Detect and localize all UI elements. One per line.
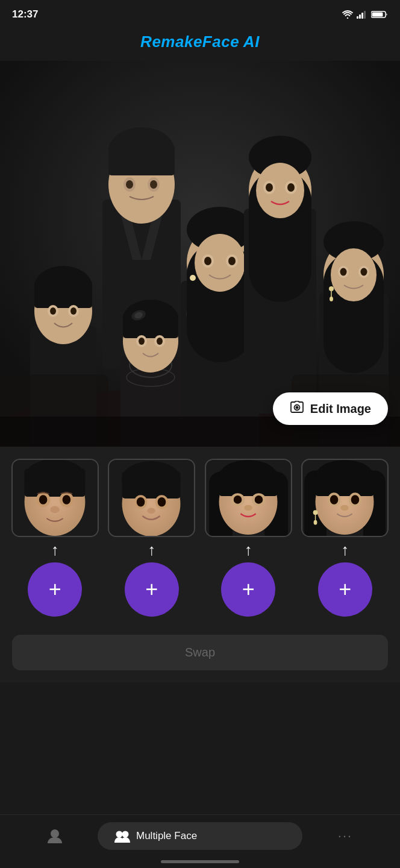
wifi-icon — [342, 10, 353, 19]
add-face-button-2[interactable]: + — [125, 562, 179, 617]
face-thumbnail-4 — [301, 459, 389, 537]
svg-rect-1 — [359, 14, 361, 19]
svg-point-112 — [234, 495, 242, 504]
svg-point-27 — [70, 307, 77, 315]
status-time: 12:37 — [12, 8, 38, 20]
svg-point-77 — [329, 286, 334, 291]
nav-center-multiple-face[interactable]: Multiple Face — [98, 822, 302, 850]
upload-arrow-2: ↑ — [148, 542, 155, 558]
face-column-1: ↑ + — [10, 459, 101, 617]
svg-point-129 — [51, 829, 59, 838]
svg-point-94 — [50, 506, 60, 514]
face-thumbnail-1 — [11, 459, 99, 537]
svg-point-124 — [351, 495, 360, 505]
nav-center-label: Multiple Face — [136, 830, 197, 842]
svg-point-76 — [361, 268, 367, 276]
family-portrait — [0, 61, 400, 447]
svg-point-130 — [116, 831, 123, 838]
svg-point-72 — [331, 248, 377, 301]
svg-point-62 — [256, 163, 304, 218]
svg-rect-5 — [372, 13, 383, 17]
svg-point-52 — [204, 257, 211, 265]
svg-rect-109 — [219, 470, 277, 496]
upload-arrow-4: ↑ — [341, 542, 349, 558]
svg-point-17 — [126, 180, 133, 189]
face-column-4: ↑ + — [300, 459, 391, 617]
svg-rect-19 — [133, 190, 151, 195]
person-icon — [46, 828, 63, 844]
svg-point-38 — [139, 338, 145, 345]
face-row: ↑ + — [10, 459, 390, 617]
camera-icon — [290, 401, 304, 417]
svg-point-54 — [190, 275, 196, 281]
status-bar: 12:37 — [0, 0, 400, 27]
svg-point-79 — [330, 297, 333, 301]
svg-point-127 — [314, 520, 317, 525]
app-title: RemakeFace AI — [140, 33, 260, 51]
battery-icon — [371, 10, 388, 19]
svg-rect-98 — [122, 471, 181, 498]
svg-rect-14 — [108, 145, 175, 175]
face-column-3: ↑ + — [203, 459, 294, 617]
home-indicator — [161, 860, 239, 863]
face-swap-section: ↑ + — [0, 447, 400, 629]
face-column-2: ↑ + — [107, 459, 198, 617]
svg-rect-0 — [357, 16, 358, 19]
status-icons — [342, 10, 388, 19]
svg-point-39 — [157, 338, 163, 345]
svg-point-75 — [340, 268, 347, 276]
svg-point-65 — [266, 183, 273, 192]
face-thumbnail-2 — [108, 459, 195, 537]
svg-point-103 — [147, 508, 155, 514]
svg-rect-89 — [24, 469, 85, 497]
svg-rect-120 — [316, 470, 374, 496]
nav-item-profile[interactable] — [12, 828, 98, 844]
svg-point-26 — [50, 307, 56, 315]
svg-rect-33 — [123, 313, 178, 338]
svg-rect-3 — [364, 11, 366, 19]
face-thumbnail-3 — [205, 459, 292, 537]
edit-image-button[interactable]: Edit Image — [273, 392, 388, 425]
svg-point-131 — [122, 831, 129, 838]
svg-point-53 — [228, 257, 236, 265]
svg-point-113 — [254, 495, 263, 504]
svg-point-101 — [137, 497, 145, 507]
main-image-container: Edit Image — [0, 61, 400, 447]
app-header: RemakeFace AI — [0, 27, 400, 61]
svg-point-84 — [295, 406, 298, 409]
svg-point-18 — [150, 180, 157, 189]
svg-point-66 — [287, 183, 295, 192]
add-face-button-4[interactable]: + — [318, 562, 372, 617]
more-dots-icon: ··· — [338, 828, 352, 844]
upload-arrow-3: ↑ — [245, 542, 252, 558]
multiple-face-icon — [114, 829, 130, 843]
svg-point-93 — [62, 495, 70, 505]
svg-point-128 — [340, 505, 349, 511]
swap-button-container: Swap — [0, 629, 400, 682]
svg-point-114 — [244, 505, 252, 511]
nav-item-more[interactable]: ··· — [302, 828, 388, 844]
svg-point-125 — [313, 510, 318, 515]
edit-image-label: Edit Image — [310, 402, 371, 416]
add-face-button-3[interactable]: + — [221, 562, 275, 617]
svg-rect-2 — [361, 13, 363, 19]
svg-point-92 — [39, 495, 48, 505]
svg-point-102 — [158, 497, 166, 507]
upload-arrow-1: ↑ — [51, 542, 59, 558]
svg-point-123 — [330, 495, 339, 505]
swap-button[interactable]: Swap — [12, 635, 388, 670]
add-face-button-1[interactable]: + — [28, 562, 82, 617]
svg-rect-23 — [34, 281, 92, 308]
signal-icon — [357, 10, 367, 19]
